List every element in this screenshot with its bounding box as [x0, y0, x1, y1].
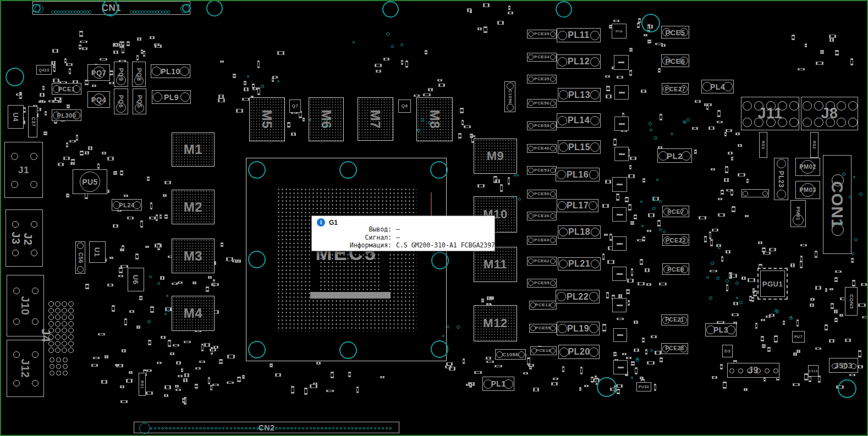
- pce36-inductor[interactable]: PCE36: [527, 212, 557, 220]
- c56-inductor[interactable]: C56: [75, 241, 85, 274]
- m9-memory-bga[interactable]: M9: [474, 139, 517, 174]
- pl2-inductor[interactable]: PL2: [657, 148, 692, 163]
- ic-qfn: [612, 207, 627, 222]
- pce7-inductor[interactable]: PCE7: [662, 206, 689, 217]
- u6-chip[interactable]: U6: [128, 268, 144, 291]
- m11-memory-bga[interactable]: M11: [474, 247, 517, 282]
- pl19-inductor[interactable]: PL19: [557, 322, 600, 335]
- pce59-inductor[interactable]: PCE59: [527, 279, 557, 288]
- pce27-inductor[interactable]: PCE27: [662, 83, 689, 95]
- via: [164, 313, 167, 315]
- pce34-inductor[interactable]: PCE34: [527, 53, 557, 62]
- pl9-inductor[interactable]: PL9: [152, 90, 191, 104]
- c1096-inductor[interactable]: C1096: [504, 81, 515, 112]
- pce55-inductor[interactable]: PCE55: [529, 324, 557, 333]
- pu30-chip[interactable]: PU30: [636, 382, 651, 391]
- rs2-chip[interactable]: RS2: [810, 132, 818, 158]
- c513-chip[interactable]: C513: [808, 365, 818, 377]
- m7-memory-bga[interactable]: M7: [358, 97, 393, 141]
- d3-chip[interactable]: D3: [722, 345, 733, 357]
- pl10-inductor[interactable]: PL10: [151, 64, 190, 78]
- pce58-inductor[interactable]: PCE58: [527, 122, 557, 130]
- pl3-inductor[interactable]: PL3: [705, 323, 737, 336]
- pl16-inductor[interactable]: PL16: [556, 168, 600, 181]
- m3-memory-bga[interactable]: M3: [172, 239, 215, 273]
- con3-chip[interactable]: CON3: [845, 287, 858, 316]
- j8-connector[interactable]: J8: [801, 97, 858, 130]
- m5-memory-bga[interactable]: M5: [249, 97, 285, 141]
- pgu1-ic-qfp[interactable]: PGU1: [757, 268, 788, 300]
- pce82-inductor[interactable]: PCE82: [527, 257, 557, 266]
- u1-chip[interactable]: U1: [89, 241, 106, 263]
- pq7-regulator[interactable]: PQ7: [87, 64, 110, 81]
- pce5-inductor[interactable]: PCE5: [661, 26, 689, 38]
- pce1-inductor[interactable]: PCE1: [52, 83, 81, 95]
- pq5-regulator[interactable]: PQ5: [133, 89, 146, 114]
- pce21-inductor[interactable]: PCE21: [661, 314, 688, 325]
- con1-connector[interactable]: CON1: [823, 155, 851, 254]
- pl1-inductor[interactable]: PL1: [482, 377, 514, 391]
- pu9-ic-qfn[interactable]: PU9: [612, 24, 627, 38]
- m2-memory-bga[interactable]: M2: [172, 190, 215, 224]
- c37-chip[interactable]: C37: [28, 106, 37, 137]
- pce39-inductor[interactable]: PCE39: [527, 30, 557, 38]
- q423-chip[interactable]: Q423: [36, 65, 52, 75]
- smd-passive: [304, 388, 307, 395]
- pce8-inductor[interactable]: PCE8: [662, 263, 689, 275]
- via: [736, 297, 738, 299]
- j9-connector[interactable]: J9: [727, 363, 779, 378]
- pu5-regulator[interactable]: PU5: [73, 169, 107, 194]
- j503-connector[interactable]: J503: [829, 358, 858, 373]
- pce35-inductor[interactable]: PCE35: [527, 75, 557, 84]
- j2-silk-label[interactable]: J2: [21, 220, 35, 258]
- pq4-regulator[interactable]: PQ4: [87, 91, 110, 108]
- j11-connector[interactable]: J11: [741, 97, 799, 130]
- pl11-inductor[interactable]: PL11: [557, 28, 601, 42]
- pce6-inductor[interactable]: PCE6: [661, 54, 689, 67]
- q8-chip[interactable]: Q8: [398, 100, 411, 113]
- pm02-regulator[interactable]: PM02: [795, 158, 820, 176]
- pl14-inductor[interactable]: PL14: [557, 113, 601, 128]
- rs1-chip[interactable]: RS1: [139, 373, 146, 396]
- pu7-chip[interactable]: PU7: [792, 331, 805, 343]
- m12-memory-bga[interactable]: M12: [474, 305, 517, 341]
- pl4-inductor[interactable]: PL4: [701, 80, 734, 93]
- pce46-inductor[interactable]: PCE46: [527, 144, 557, 153]
- pl20-inductor[interactable]: PL20: [558, 345, 600, 359]
- mec5-gpu-bga[interactable]: MEC5: [246, 158, 447, 361]
- q7-chip[interactable]: Q7: [289, 100, 301, 113]
- pce13-inductor[interactable]: PCE13: [529, 301, 557, 310]
- pl15-inductor[interactable]: PL15: [558, 140, 601, 154]
- rs3-chip[interactable]: RS3: [759, 132, 767, 158]
- pce50-inductor[interactable]: PCE50: [527, 190, 557, 198]
- pce60-inductor[interactable]: PCE60: [527, 236, 557, 245]
- pce22-inductor[interactable]: PCE22: [662, 234, 689, 246]
- pq6-regulator[interactable]: PQ6: [114, 89, 128, 114]
- pq9-regulator[interactable]: PQ9: [114, 62, 128, 87]
- pce56-inductor[interactable]: PCE56: [527, 99, 557, 108]
- cn2-pin-header[interactable]: CN2: [134, 422, 399, 433]
- c1096-inductor[interactable]: C1096: [495, 349, 526, 360]
- m4-memory-bga[interactable]: M4: [172, 296, 215, 331]
- u4-chip[interactable]: U4: [8, 105, 24, 129]
- pce28-inductor[interactable]: PCE28: [661, 343, 688, 354]
- pce53-inductor[interactable]: PCE53: [527, 166, 557, 175]
- pl300-inductor[interactable]: PL300: [52, 109, 81, 121]
- pl18-inductor[interactable]: PL18: [558, 225, 601, 239]
- pq8-regulator[interactable]: PQ8: [132, 62, 146, 87]
- j4-silk-label[interactable]: J4: [39, 319, 53, 352]
- pl23-inductor[interactable]: PL23: [774, 158, 788, 200]
- pl21-inductor[interactable]: PL21: [558, 257, 601, 271]
- m1-memory-bga[interactable]: M1: [172, 133, 215, 167]
- pl17-inductor[interactable]: PL17: [557, 199, 598, 212]
- pl22-inductor[interactable]: PL22: [556, 290, 600, 303]
- pm01-regulator[interactable]: PM01: [790, 200, 806, 227]
- pl12-inductor[interactable]: PL12: [557, 54, 601, 69]
- smd-passive: [210, 349, 216, 351]
- j1-connector[interactable]: J1: [4, 142, 43, 198]
- pl13-inductor[interactable]: PL13: [558, 88, 601, 102]
- pm03-regulator[interactable]: PM03: [795, 181, 820, 199]
- pce16-inductor[interactable]: PCE16: [530, 346, 557, 355]
- pl24-inductor[interactable]: PL24: [112, 199, 142, 211]
- boardview-canvas[interactable]: i G1 Вывод: — Сигнал: — Информация: C.S …: [0, 0, 868, 436]
